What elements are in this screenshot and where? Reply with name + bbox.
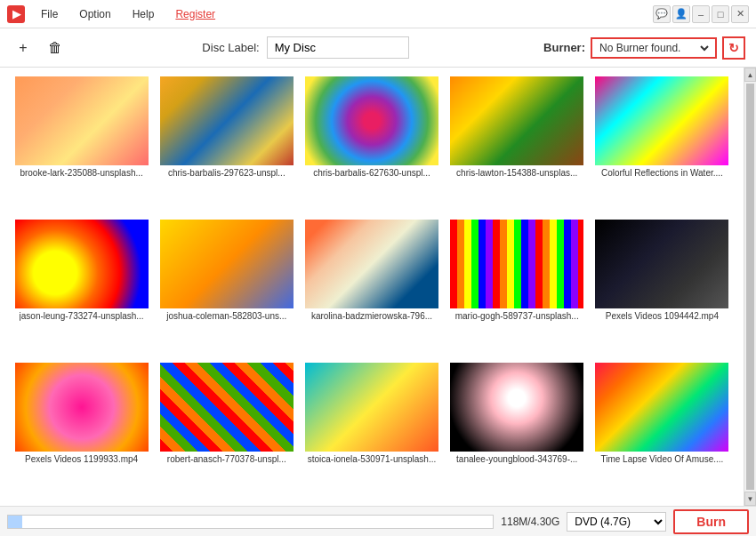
- thumb-label-5: Colorful Reflections in Water....: [601, 168, 723, 178]
- disc-label-text: Disc Label:: [202, 41, 259, 54]
- toolbar-right: Burner: No Burner found. ↻: [543, 36, 745, 60]
- thumb-image-4: [450, 76, 583, 165]
- thumbnail-3: [305, 76, 438, 165]
- grid-item-11[interactable]: Pexels Videos 1199933.mp4: [9, 363, 154, 506]
- burner-select-wrap: No Burner found.: [591, 37, 717, 59]
- thumb-label-7: joshua-coleman-582803-uns...: [166, 311, 286, 321]
- progress-bar-fill: [8, 516, 22, 528]
- media-grid: brooke-lark-235088-unsplash... chris-bar…: [0, 68, 744, 506]
- person-icon-btn[interactable]: 👤: [672, 5, 690, 23]
- thumb-label-9: mario-gogh-589737-unsplash...: [455, 311, 579, 321]
- grid-item-12[interactable]: robert-anasch-770378-unspl...: [154, 363, 299, 506]
- app-icon: ▶: [7, 5, 25, 23]
- grid-item-15[interactable]: Time Lapse Video Of Amuse....: [590, 363, 735, 506]
- thumb-label-8: karolina-badzmierowska-796...: [311, 311, 432, 321]
- grid-item-2[interactable]: chris-barbalis-297623-unspl...: [154, 76, 299, 220]
- thumbnail-4: [450, 76, 583, 165]
- grid-item-10[interactable]: Pexels Videos 1094442.mp4: [590, 220, 735, 363]
- thumbnail-13: [305, 363, 438, 452]
- thumbnail-8: [305, 220, 438, 308]
- thumbnail-7: [160, 220, 294, 308]
- thumbnail-1: [15, 76, 149, 165]
- scroll-up-button[interactable]: ▲: [744, 68, 756, 82]
- disc-label-input[interactable]: [267, 36, 409, 59]
- thumb-image-9: [450, 220, 583, 308]
- menu-option[interactable]: Option: [70, 4, 119, 24]
- thumb-image-10: [595, 220, 728, 308]
- burner-select[interactable]: No Burner found.: [596, 41, 712, 55]
- menu-bar: File Option Help Register: [32, 4, 653, 24]
- menu-register[interactable]: Register: [166, 4, 224, 24]
- progress-bar: [7, 515, 494, 529]
- thumbnail-11: [15, 363, 149, 452]
- toolbar-left: + 🗑: [11, 36, 68, 60]
- thumb-label-11: Pexels Videos 1199933.mp4: [25, 454, 138, 464]
- thumb-image-14: [450, 363, 583, 452]
- content-area: brooke-lark-235088-unsplash... chris-bar…: [0, 68, 756, 506]
- scrollbar[interactable]: ▲ ▼: [744, 68, 756, 506]
- grid-item-3[interactable]: chris-barbalis-627630-unspl...: [299, 76, 444, 220]
- toolbar-center: Disc Label:: [75, 36, 536, 59]
- close-button[interactable]: ✕: [731, 5, 749, 23]
- thumb-label-13: stoica-ionela-530971-unsplash...: [308, 454, 437, 464]
- toolbar: + 🗑 Disc Label: Burner: No Burner found.…: [0, 28, 756, 68]
- bottom-bar: 118M/4.30G DVD (4.7G)DVD DL (8.5G)BD (25…: [0, 506, 756, 536]
- thumbnail-14: [450, 363, 583, 452]
- grid-item-6[interactable]: jason-leung-733274-unsplash...: [9, 220, 154, 363]
- size-label: 118M/4.30G: [501, 516, 559, 528]
- thumbnail-6: [15, 220, 149, 308]
- menu-help[interactable]: Help: [124, 4, 164, 24]
- grid-item-14[interactable]: tanalee-youngblood-343769-...: [445, 363, 590, 506]
- refresh-button[interactable]: ↻: [722, 36, 745, 60]
- thumbnail-10: [595, 220, 728, 308]
- title-bar: ▶ File Option Help Register 💬 👤 – □ ✕: [0, 0, 756, 28]
- thumb-label-15: Time Lapse Video Of Amuse....: [600, 454, 723, 464]
- thumb-image-6: [15, 220, 149, 308]
- grid-item-4[interactable]: chris-lawton-154388-unsplas...: [445, 76, 590, 220]
- dvd-format-select[interactable]: DVD (4.7G)DVD DL (8.5G)BD (25G): [567, 512, 666, 532]
- thumbnail-9: [450, 220, 583, 308]
- minimize-button[interactable]: –: [692, 5, 710, 23]
- grid-item-7[interactable]: joshua-coleman-582803-uns...: [154, 220, 299, 363]
- thumb-label-4: chris-lawton-154388-unsplas...: [456, 168, 577, 178]
- thumb-image-2: [160, 76, 294, 165]
- burner-label: Burner:: [543, 41, 585, 54]
- thumb-image-1: [15, 76, 149, 165]
- dvd-select-wrap: DVD (4.7G)DVD DL (8.5G)BD (25G): [567, 512, 666, 532]
- delete-button[interactable]: 🗑: [43, 36, 68, 60]
- add-button[interactable]: +: [11, 36, 36, 60]
- scrollbar-thumb[interactable]: [746, 84, 754, 490]
- thumb-label-2: chris-barbalis-297623-unspl...: [168, 168, 286, 178]
- grid-item-5[interactable]: Colorful Reflections in Water....: [590, 76, 735, 220]
- thumbnail-5: [595, 76, 728, 165]
- thumb-image-11: [15, 363, 149, 452]
- window-controls: 💬 👤 – □ ✕: [653, 5, 749, 23]
- thumb-label-10: Pexels Videos 1094442.mp4: [606, 311, 719, 321]
- grid-item-13[interactable]: stoica-ionela-530971-unsplash...: [299, 363, 444, 506]
- maximize-button[interactable]: □: [712, 5, 729, 23]
- burn-button[interactable]: Burn: [673, 509, 749, 534]
- thumb-image-13: [305, 363, 438, 452]
- thumb-label-12: robert-anasch-770378-unspl...: [167, 454, 286, 464]
- thumb-label-1: brooke-lark-235088-unsplash...: [20, 168, 142, 178]
- thumbnail-12: [160, 363, 294, 452]
- chat-icon-btn[interactable]: 💬: [653, 5, 671, 23]
- thumb-image-3: [305, 76, 438, 165]
- thumbnail-15: [595, 363, 728, 452]
- menu-file[interactable]: File: [32, 4, 67, 24]
- thumb-image-8: [305, 220, 438, 308]
- scroll-down-button[interactable]: ▼: [744, 492, 756, 506]
- thumb-image-15: [595, 363, 728, 452]
- thumb-image-5: [595, 76, 728, 165]
- grid-item-9[interactable]: mario-gogh-589737-unsplash...: [445, 220, 590, 363]
- thumbnail-2: [160, 76, 294, 165]
- thumb-label-14: tanalee-youngblood-343769-...: [456, 454, 577, 464]
- thumb-image-7: [160, 220, 294, 308]
- grid-item-1[interactable]: brooke-lark-235088-unsplash...: [9, 76, 154, 220]
- thumb-label-3: chris-barbalis-627630-unspl...: [313, 168, 430, 178]
- thumb-image-12: [160, 363, 294, 452]
- thumb-label-6: jason-leung-733274-unsplash...: [20, 311, 144, 321]
- grid-item-8[interactable]: karolina-badzmierowska-796...: [299, 220, 444, 363]
